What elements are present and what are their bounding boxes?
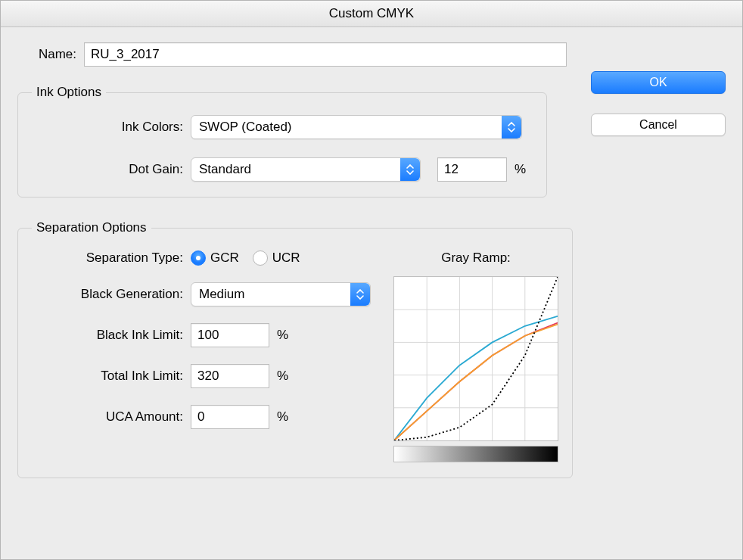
custom-cmyk-dialog: Custom CMYK OK Cancel Name: Ink Options … [0, 0, 743, 560]
ink-options-legend: Ink Options [32, 85, 106, 100]
dot-gain-label: Dot Gain: [32, 162, 191, 177]
separation-type-gcr-label: GCR [210, 250, 239, 266]
dot-gain-value-input[interactable] [437, 157, 507, 182]
separation-type-gcr-radio[interactable]: GCR [191, 250, 239, 266]
chevron-up-down-icon [350, 283, 370, 306]
total-ink-limit-label: Total Ink Limit: [32, 369, 191, 384]
separation-type-label: Separation Type: [32, 250, 191, 266]
separation-options-legend: Separation Options [32, 220, 151, 235]
ink-colors-value: SWOP (Coated) [199, 120, 292, 135]
ok-button[interactable]: OK [591, 71, 726, 94]
gray-ramp-svg [394, 277, 558, 440]
total-ink-limit-percent: % [277, 369, 288, 384]
chevron-up-down-icon [502, 116, 521, 138]
name-label: Name: [17, 47, 84, 62]
black-ink-limit-input[interactable] [191, 323, 269, 347]
chevron-up-down-icon [400, 158, 420, 181]
separation-type-ucr-radio[interactable]: UCR [253, 250, 300, 266]
uca-amount-input[interactable] [191, 405, 269, 429]
radio-unchecked-icon [253, 250, 268, 266]
black-generation-select[interactable]: Medium [191, 282, 371, 306]
title-bar: Custom CMYK [1, 1, 742, 27]
black-generation-value: Medium [199, 287, 244, 302]
ink-options-group: Ink Options Ink Colors: SWOP (Coated) Do… [17, 85, 547, 198]
dot-gain-percent: % [515, 162, 526, 177]
separation-type-ucr-label: UCR [272, 250, 300, 266]
name-input[interactable] [84, 42, 567, 67]
gray-ramp-label: Gray Ramp: [393, 250, 558, 266]
radio-checked-icon [191, 250, 206, 266]
gray-ramp-panel: Gray Ramp: [393, 250, 558, 462]
total-ink-limit-input[interactable] [191, 364, 269, 388]
uca-amount-percent: % [277, 409, 288, 425]
dialog-title: Custom CMYK [329, 6, 414, 20]
uca-amount-label: UCA Amount: [32, 409, 191, 425]
dot-gain-mode-select[interactable]: Standard [191, 157, 421, 182]
gray-ramp-chart [393, 276, 558, 441]
black-ink-limit-percent: % [277, 328, 288, 343]
cancel-button-label: Cancel [639, 118, 677, 132]
dot-gain-mode-value: Standard [199, 162, 251, 177]
cancel-button[interactable]: Cancel [591, 114, 726, 136]
ink-colors-select[interactable]: SWOP (Coated) [191, 115, 522, 139]
gray-ramp-gradient-strip [393, 446, 558, 462]
black-ink-limit-label: Black Ink Limit: [32, 328, 191, 343]
ink-colors-label: Ink Colors: [32, 120, 191, 135]
black-generation-label: Black Generation: [32, 287, 191, 302]
ok-button-label: OK [649, 76, 667, 89]
separation-options-group: Separation Options Separation Type: GCR … [17, 220, 573, 478]
